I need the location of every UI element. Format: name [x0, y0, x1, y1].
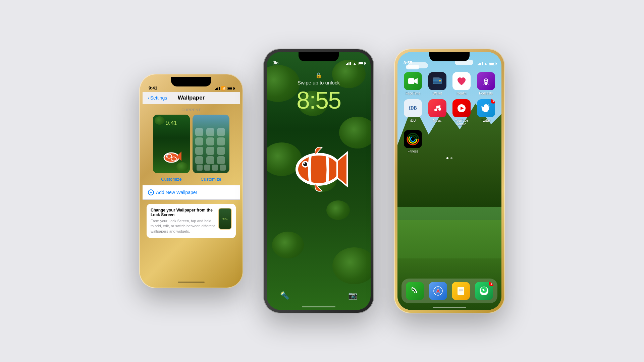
home-content: FaceTime Wallet Health [397, 52, 501, 159]
home-screen-preview[interactable] [193, 115, 229, 173]
health-label: Health [457, 92, 467, 95]
nav-back-button[interactable]: ‹ Settings [148, 95, 167, 101]
phone-settings: 9:41 📶 ‹ Settings Wallpaper CU [139, 74, 243, 288]
podcasts-label: Podcasts [479, 92, 493, 95]
twitter-label: Twitter [481, 119, 491, 122]
home-screen: 8:55 ▲ [397, 52, 501, 310]
tip-mini-phone: 9:41 [218, 208, 232, 230]
customize-home-button[interactable]: Customize [201, 177, 221, 182]
status-icons-1: 📶 [215, 86, 234, 90]
signal-icon-1 [215, 87, 220, 90]
fitness-label: Fitness [408, 149, 418, 153]
home-indicator-1 [178, 282, 205, 283]
svg-rect-34 [458, 287, 464, 295]
app-ytmusic[interactable]: YouTube Music [451, 99, 472, 126]
current-label: CURRENT [143, 108, 240, 112]
safari-icon [429, 282, 447, 300]
lock-screen-time: 8:55 [267, 88, 371, 112]
battery-icon-1 [227, 87, 234, 90]
idb-icon: iDB [404, 99, 422, 117]
tip-card: Change your Wallpaper from the Lock Scre… [147, 204, 236, 238]
add-wallpaper-row[interactable]: + Add New Wallpaper [143, 185, 240, 200]
idb-label: iDB [410, 119, 416, 122]
customize-lock-button[interactable]: Customize [161, 177, 181, 182]
podcasts-icon [477, 72, 495, 90]
nav-bar: ‹ Settings Wallpaper [143, 92, 240, 104]
status-icons-2: ▲ [346, 61, 365, 65]
svg-rect-15 [439, 80, 441, 81]
svg-marker-12 [414, 78, 418, 84]
app-health[interactable]: Health [451, 72, 472, 95]
notch [171, 77, 211, 86]
battery-icon-3 [489, 62, 495, 65]
torch-button[interactable]: 🔦 [280, 291, 289, 300]
whatsapp-icon: 1 [475, 282, 493, 300]
status-time-1: 9:41 [149, 85, 157, 90]
dock-safari[interactable] [428, 282, 448, 300]
battery-icon-2 [358, 62, 365, 65]
twitter-badge: 1 [491, 99, 495, 104]
svg-point-10 [304, 163, 305, 164]
wallet-icon [428, 72, 446, 90]
app-fitness[interactable]: Fitness [403, 130, 423, 153]
swipe-text: Swipe up to unlock [267, 80, 371, 85]
music-label: Music [433, 119, 442, 122]
svg-point-5 [167, 155, 168, 156]
page-dot-1 [446, 157, 448, 159]
phone-homescreen: 8:55 ▲ [394, 49, 505, 313]
wallet-label: Wallet [433, 92, 442, 95]
wifi-icon-2: ▲ [353, 61, 357, 65]
carrier-label: Jio [273, 61, 278, 65]
status-time-3: 8:55 [404, 60, 412, 65]
fish-icon [160, 148, 183, 167]
signal-icon-3 [478, 62, 483, 65]
app-grid: FaceTime Wallet Health [397, 67, 501, 153]
facetime-icon [404, 72, 422, 90]
nav-title: Wallpaper [178, 95, 205, 101]
ytmusic-icon [452, 99, 471, 117]
wifi-icon-3: ▲ [484, 62, 487, 65]
home-indicator-2 [302, 306, 335, 307]
svg-rect-19 [485, 83, 487, 85]
svg-rect-16 [433, 77, 440, 79]
add-circle-icon: + [148, 189, 154, 195]
app-facetime[interactable]: FaceTime [403, 72, 423, 95]
app-idb[interactable]: iDB iDB [403, 99, 423, 126]
phone-lockscreen: Jio ▲ 🔒 Swipe up to unlock 8:55 [263, 49, 374, 313]
svg-point-21 [438, 108, 441, 111]
clownfish-large [285, 142, 352, 196]
svg-point-18 [485, 80, 487, 81]
page-dots [397, 157, 501, 159]
health-icon [452, 72, 471, 90]
home-indicator-3 [433, 307, 466, 308]
camera-button[interactable]: 📷 [348, 291, 357, 300]
lock-icon: 🔒 [267, 72, 371, 78]
app-music[interactable]: Music [427, 99, 448, 126]
lock-bottom: 🔦 📷 [267, 291, 371, 300]
tip-title: Change your Wallpaper from the Lock Scre… [151, 208, 215, 217]
lock-screen: Jio ▲ 🔒 Swipe up to unlock 8:55 [267, 52, 371, 310]
wifi-icon-1: 📶 [221, 86, 226, 90]
signal-icon-2 [346, 62, 351, 65]
notch-3 [429, 52, 470, 61]
app-podcasts[interactable]: Podcasts [476, 72, 496, 95]
dock: 1 [401, 279, 497, 303]
phone-icon [406, 282, 424, 300]
app-twitter[interactable]: 1 Twitter [476, 99, 496, 126]
dock-notes[interactable] [451, 282, 471, 300]
twitter-icon: 1 [477, 99, 495, 117]
ytmusic-label: YouTube Music [451, 119, 472, 126]
lock-screen-preview[interactable]: 9:41 [153, 115, 190, 173]
app-wallet[interactable]: Wallet [427, 72, 448, 95]
add-wallpaper-label: Add New Wallpaper [156, 190, 197, 195]
notes-icon [452, 282, 470, 300]
music-icon [428, 99, 446, 117]
dock-whatsapp[interactable]: 1 [474, 282, 494, 300]
wallpaper-previews: 9:41 [143, 115, 240, 182]
preview-lock-time: 9:41 [153, 120, 190, 127]
notch-2 [299, 52, 339, 61]
dock-phone[interactable] [405, 282, 425, 300]
svg-point-3 [171, 157, 176, 161]
lock-content: 🔒 Swipe up to unlock 8:55 [267, 72, 371, 112]
page-dot-2 [450, 157, 452, 159]
